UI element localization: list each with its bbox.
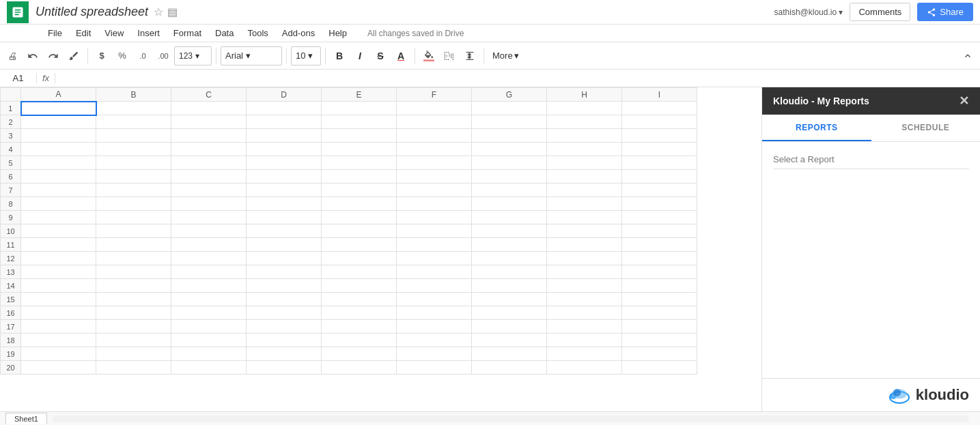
cell[interactable] xyxy=(322,102,397,115)
cell[interactable] xyxy=(247,238,322,252)
cell[interactable] xyxy=(547,115,622,129)
cell[interactable] xyxy=(397,306,472,320)
cell[interactable] xyxy=(397,293,472,306)
cell[interactable] xyxy=(247,156,322,170)
cell[interactable] xyxy=(21,320,96,334)
cell[interactable] xyxy=(322,129,397,143)
redo-button[interactable] xyxy=(44,46,63,65)
sheet-tab[interactable]: Sheet1 xyxy=(5,413,47,424)
cell[interactable] xyxy=(247,129,322,143)
cell[interactable] xyxy=(171,211,247,224)
cell[interactable] xyxy=(322,197,397,211)
col-header-a[interactable]: A xyxy=(21,88,96,102)
cell[interactable] xyxy=(247,361,322,375)
cell[interactable] xyxy=(247,320,322,334)
cell[interactable] xyxy=(622,347,697,361)
menu-edit[interactable]: Edit xyxy=(69,27,98,40)
cell[interactable] xyxy=(322,293,397,306)
cell[interactable] xyxy=(547,102,622,115)
cell[interactable] xyxy=(397,170,472,184)
cell[interactable] xyxy=(397,143,472,156)
cell[interactable] xyxy=(171,252,247,265)
bold-button[interactable]: B xyxy=(330,46,349,65)
cell[interactable] xyxy=(322,361,397,375)
col-header-h[interactable]: H xyxy=(547,88,622,102)
cell[interactable] xyxy=(21,197,96,211)
cell[interactable] xyxy=(171,320,247,334)
cell[interactable] xyxy=(171,197,247,211)
cell[interactable] xyxy=(96,252,171,265)
print-button[interactable]: 🖨 xyxy=(3,46,22,65)
percent-button[interactable]: % xyxy=(113,46,132,65)
col-header-i[interactable]: I xyxy=(622,88,697,102)
cell[interactable] xyxy=(96,115,171,129)
col-header-b[interactable]: B xyxy=(96,88,171,102)
cell[interactable] xyxy=(322,224,397,238)
font-dropdown[interactable]: Arial ▾ xyxy=(221,46,282,65)
cell[interactable] xyxy=(397,129,472,143)
cell[interactable] xyxy=(247,334,322,347)
cell[interactable] xyxy=(472,102,547,115)
cell[interactable] xyxy=(96,211,171,224)
cell[interactable] xyxy=(472,156,547,170)
cell[interactable] xyxy=(21,129,96,143)
cell[interactable] xyxy=(21,143,96,156)
cell[interactable] xyxy=(171,361,247,375)
expand-toolbar-button[interactable] xyxy=(958,46,977,65)
cell[interactable] xyxy=(472,320,547,334)
cell[interactable] xyxy=(247,293,322,306)
col-header-g[interactable]: G xyxy=(472,88,547,102)
cell[interactable] xyxy=(247,265,322,279)
cell[interactable] xyxy=(21,265,96,279)
fill-color-button[interactable] xyxy=(419,46,438,65)
cell[interactable] xyxy=(622,102,697,115)
user-email[interactable]: sathish@kloud.io ▾ xyxy=(774,8,843,17)
cell[interactable] xyxy=(171,170,247,184)
cell[interactable] xyxy=(21,156,96,170)
cell[interactable] xyxy=(96,143,171,156)
cell[interactable] xyxy=(96,129,171,143)
cell[interactable] xyxy=(397,224,472,238)
cell[interactable] xyxy=(472,129,547,143)
menu-view[interactable]: View xyxy=(98,27,130,40)
cell[interactable] xyxy=(171,102,247,115)
cell[interactable] xyxy=(96,334,171,347)
cell[interactable] xyxy=(547,211,622,224)
cell[interactable] xyxy=(622,361,697,375)
cell[interactable] xyxy=(96,320,171,334)
menu-format[interactable]: Format xyxy=(167,27,208,40)
cell[interactable] xyxy=(96,347,171,361)
cell[interactable] xyxy=(547,279,622,293)
cell[interactable] xyxy=(171,115,247,129)
font-color-button[interactable]: A xyxy=(391,46,410,65)
horizontal-scrollbar[interactable] xyxy=(53,415,969,422)
currency-button[interactable]: $ xyxy=(92,46,111,65)
cell[interactable] xyxy=(322,211,397,224)
cell[interactable] xyxy=(96,224,171,238)
formula-input[interactable] xyxy=(55,73,977,83)
cell[interactable] xyxy=(397,320,472,334)
cell[interactable] xyxy=(622,265,697,279)
cell[interactable] xyxy=(247,184,322,197)
cell[interactable] xyxy=(247,252,322,265)
cell[interactable] xyxy=(322,238,397,252)
cell[interactable] xyxy=(622,211,697,224)
cell[interactable] xyxy=(547,170,622,184)
cell[interactable] xyxy=(247,224,322,238)
cell[interactable] xyxy=(96,170,171,184)
cell[interactable] xyxy=(622,197,697,211)
cell[interactable] xyxy=(21,211,96,224)
cell[interactable] xyxy=(472,279,547,293)
cell[interactable] xyxy=(96,306,171,320)
merge-cells-button[interactable] xyxy=(460,46,479,65)
cell[interactable] xyxy=(21,361,96,375)
cell[interactable] xyxy=(96,102,171,115)
cell[interactable] xyxy=(547,129,622,143)
cell[interactable] xyxy=(247,197,322,211)
select-report-input[interactable] xyxy=(773,150,969,169)
cell[interactable] xyxy=(21,306,96,320)
cell[interactable] xyxy=(472,211,547,224)
cell[interactable] xyxy=(96,279,171,293)
cell[interactable] xyxy=(622,156,697,170)
cell[interactable] xyxy=(96,265,171,279)
